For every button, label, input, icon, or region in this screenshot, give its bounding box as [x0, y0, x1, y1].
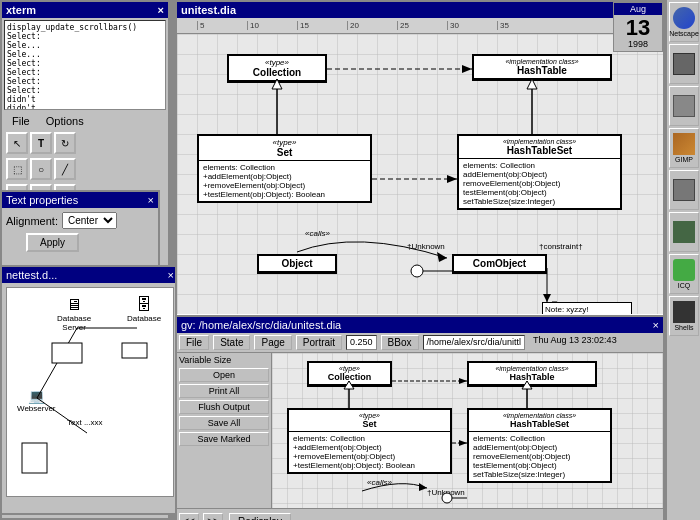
options-menu[interactable]: Options — [40, 114, 90, 128]
variable-size-label: Variable Size — [179, 355, 269, 365]
set-class: «type» Set elements: Collection +addElem… — [197, 134, 372, 203]
hts-attr-5: setTableSize(size:Integer) — [463, 197, 616, 206]
gimp-icon — [673, 133, 695, 155]
netscape-label: Netscape — [669, 30, 699, 37]
app2-icon-btn[interactable] — [669, 44, 699, 84]
page-btn[interactable]: Page — [254, 335, 291, 350]
save-marked-btn[interactable]: Save Marked — [179, 432, 269, 446]
icq-icon-btn[interactable]: ICQ — [669, 254, 699, 294]
bottom-calls-label: «calls» — [367, 478, 392, 487]
unitest-titlebar: unitest.dia × — [177, 2, 663, 18]
bbox-btn[interactable]: BBox — [381, 335, 419, 350]
xterm-line: didn't — [7, 95, 163, 104]
bottom-set-class: «type» Set elements: Collection +addElem… — [287, 408, 452, 474]
next-btn[interactable]: >> — [203, 513, 223, 521]
ruler-mark: 30 — [447, 21, 497, 30]
app5-icon — [673, 179, 695, 201]
collection-name: Collection — [233, 67, 321, 78]
hts-attr-1: elements: Collection — [463, 161, 616, 170]
set-name: Set — [203, 147, 366, 158]
bottom-left-panel: Variable Size Open Print All Flush Outpu… — [177, 353, 272, 508]
app6-icon-btn[interactable] — [669, 212, 699, 252]
bottom-diagram-panel[interactable]: «type» Collection «implementation class»… — [272, 353, 663, 508]
datetime-value: Thu Aug 13 23:02:43 — [533, 335, 617, 350]
app3-icon-btn[interactable] — [669, 86, 699, 126]
collection-stereotype: «type» — [233, 58, 321, 67]
xterm-line: Select: — [7, 59, 163, 68]
bottom-hashtable-header: «implementation class» HashTable — [469, 363, 595, 385]
xterm-close-btn[interactable]: × — [158, 4, 164, 16]
constraint-label: †constraint† — [539, 242, 583, 251]
cal-body: 13 1998 — [614, 15, 662, 51]
bottom-ht-stereotype: «implementation class» — [473, 365, 591, 372]
file-menu-btn[interactable]: File — [179, 335, 209, 350]
redisplay-btn[interactable]: Redisplay — [229, 513, 291, 520]
netscape-icon-btn[interactable]: Netscape — [669, 2, 699, 42]
object-name: Object — [263, 258, 331, 269]
flush-output-btn[interactable]: Flush Output — [179, 400, 269, 414]
cal-month: Aug — [615, 4, 661, 14]
arrow-tool-btn[interactable]: ↖ — [6, 132, 28, 154]
unitest-main-window: unitest.dia × 5 10 15 20 25 30 35 «type»… — [175, 0, 665, 320]
set-header: «type» Set — [199, 136, 370, 161]
rotate-tool-btn[interactable]: ↻ — [54, 132, 76, 154]
hashtable-header: «implementation class» HashTable — [474, 56, 610, 79]
ruler-mark: 15 — [297, 21, 347, 30]
xterm-titlebar: xterm × — [2, 2, 168, 18]
gimp-icon-btn[interactable]: GIMP — [669, 128, 699, 168]
print-all-btn[interactable]: Print All — [179, 384, 269, 398]
text-props-content: Alignment: Center Left Right Apply — [2, 208, 158, 256]
network-diagram: 🖥 Database Server 🗄 Database 💻 Webserver… — [6, 287, 174, 497]
bottom-hts-header: «implementation class» HashTableSet — [469, 410, 610, 432]
bottom-set-body: elements: Collection +addElement(obj:Obj… — [289, 432, 450, 472]
bottom-collection-header: «type» Collection — [309, 363, 390, 385]
portrait-btn[interactable]: Portrait — [296, 335, 342, 350]
alignment-select[interactable]: Center Left Right — [62, 212, 117, 229]
bottom-hashtableset-class: «implementation class» HashTableSet elem… — [467, 408, 612, 483]
svg-line-2 — [37, 398, 87, 433]
ruler-mark: 10 — [247, 21, 297, 30]
bottom-ht-name: HashTable — [473, 372, 591, 382]
unitest-bottom-close-btn[interactable]: × — [653, 319, 659, 331]
comobject-header: ComObject — [454, 256, 545, 272]
text-props-close-btn[interactable]: × — [148, 194, 154, 206]
save-all-btn[interactable]: Save All — [179, 416, 269, 430]
shells-icon-btn[interactable]: Shells — [669, 296, 699, 336]
nettest-close-btn[interactable]: × — [168, 269, 174, 281]
shells-label: Shells — [674, 324, 693, 331]
hashtable-name: HashTable — [478, 65, 606, 76]
prev-btn[interactable]: << — [179, 513, 199, 521]
set-stereotype: «type» — [203, 138, 366, 147]
bottom-set-stereotype: «type» — [293, 412, 446, 419]
text-props-title: Text properties — [6, 194, 78, 206]
icq-label: ICQ — [678, 282, 690, 289]
unitest-title: unitest.dia — [181, 4, 236, 16]
hashtableset-class: «implementation class» HashTableSet elem… — [457, 134, 622, 210]
bhts-a5: setTableSize(size:Integer) — [473, 470, 606, 479]
diagram-area[interactable]: «type» Collection «implementation class»… — [177, 34, 663, 314]
xterm-line: Select: — [7, 32, 163, 41]
ruler-mark: 25 — [397, 21, 447, 30]
bhts-a3: removeElement(obj:Object) — [473, 452, 606, 461]
bottom-collection-name: Collection — [313, 372, 386, 382]
tool-btn-2[interactable]: ○ — [30, 158, 52, 180]
tool-btn-1[interactable]: ⬚ — [6, 158, 28, 180]
comobject-class: ComObject — [452, 254, 547, 274]
netscape-icon — [673, 7, 695, 29]
nettest-window: nettest.d... × 🖥 Database Server 🗄 Datab… — [0, 265, 180, 515]
state-btn[interactable]: State — [213, 335, 250, 350]
tool-btn-3[interactable]: ╱ — [54, 158, 76, 180]
svg-point-15 — [411, 265, 423, 277]
text-tool-btn[interactable]: T — [30, 132, 52, 154]
open-btn[interactable]: Open — [179, 368, 269, 382]
menu-bar: File Options — [4, 112, 166, 130]
hts-attr-2: addElement(obj:Object) — [463, 170, 616, 179]
bottom-hts-body: elements: Collection addElement(obj:Obje… — [469, 432, 610, 481]
unitest-bottom-title: gv: /home/alex/src/dia/unitest.dia — [181, 319, 341, 331]
apply-btn[interactable]: Apply — [26, 233, 79, 252]
ruler-mark: 35 — [497, 21, 547, 30]
app5-icon-btn[interactable] — [669, 170, 699, 210]
nettest-title: nettest.d... — [6, 269, 57, 281]
file-menu[interactable]: File — [6, 114, 36, 128]
hashtableset-header: «implementation class» HashTableSet — [459, 136, 620, 159]
